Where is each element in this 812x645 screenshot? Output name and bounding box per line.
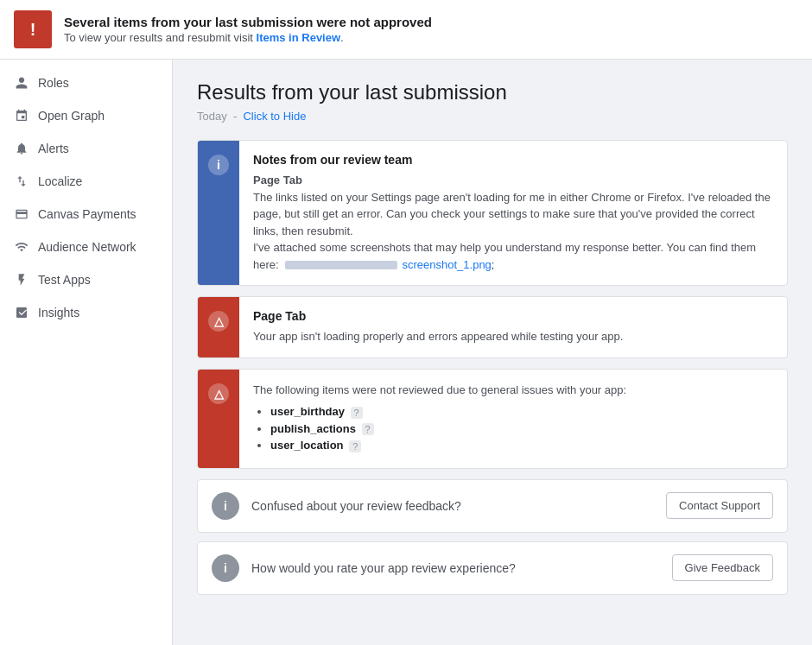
payments-icon [14, 206, 29, 222]
not-reviewed-card: △ The following items were not reviewed … [197, 369, 788, 469]
blurred-link [285, 261, 397, 269]
list-item-publish-actions: publish_actions ? [270, 422, 773, 436]
banner-icon-symbol: ! [30, 20, 36, 40]
sidebar: Roles Open Graph Alerts Localize Canvas [0, 60, 173, 645]
click-to-hide-link[interactable]: Click to Hide [243, 110, 306, 123]
sidebar-item-alerts-label: Alerts [38, 142, 69, 155]
help-tag-publish-actions[interactable]: ? [362, 423, 374, 435]
warning-icon-2: △ [208, 383, 229, 404]
person-icon [14, 75, 29, 91]
network-icon [14, 239, 29, 255]
banner-icon: ! [14, 10, 52, 48]
item-name-publish-actions: publish_actions [270, 422, 356, 435]
review-notes-text1: The links listed on your Settings page a… [253, 191, 771, 237]
warning-icon-1: △ [208, 311, 229, 332]
page-tab-error-text: Your app isn't loading properly and erro… [253, 328, 773, 345]
sidebar-item-roles-label: Roles [38, 76, 69, 90]
help-tag-user-location[interactable]: ? [349, 440, 361, 452]
alert-icon [14, 141, 29, 156]
rate-text: How would you rate your app review exper… [251, 561, 660, 575]
page-tab-label-1: Page Tab [253, 174, 302, 187]
contact-support-card: i Confused about your review feedback? C… [197, 479, 788, 533]
not-reviewed-body: The following items were not reviewed du… [239, 370, 787, 468]
localize-icon [14, 174, 29, 189]
content-area: Results from your last submission Today … [173, 60, 812, 645]
card-stripe-blue: i [198, 141, 239, 285]
sidebar-item-roles[interactable]: Roles [0, 66, 172, 99]
confused-text: Confused about your review feedback? [251, 499, 654, 513]
sidebar-item-audience-network[interactable]: Audience Network [0, 231, 172, 263]
banner-desc: To view your results and resubmit visit … [64, 31, 432, 44]
help-tag-birthday[interactable]: ? [351, 407, 363, 419]
sidebar-item-test-apps[interactable]: Test Apps [0, 263, 172, 296]
card-stripe-red-2: △ [198, 370, 239, 468]
sidebar-item-open-graph-label: Open Graph [38, 109, 105, 123]
items-in-review-link[interactable]: Items in Review [257, 31, 341, 44]
graph-icon [14, 108, 29, 123]
sidebar-item-insights-label: Insights [38, 306, 79, 319]
screenshot-link[interactable]: screenshot_1.png [403, 258, 492, 271]
banner-title: Several items from your last submission … [64, 15, 432, 29]
item-name-user-location: user_location [270, 439, 344, 452]
insights-icon [14, 305, 29, 320]
review-notes-card: i Notes from our review team Page Tab Th… [197, 140, 788, 286]
sidebar-item-localize-label: Localize [38, 174, 82, 188]
page-tab-error-card: △ Page Tab Your app isn't loading proper… [197, 296, 788, 358]
sidebar-item-test-apps-label: Test Apps [38, 273, 91, 287]
sidebar-item-insights[interactable]: Insights [0, 296, 172, 329]
test-icon [14, 272, 29, 288]
review-notes-heading: Notes from our review team [253, 153, 773, 167]
info-icon: i [208, 155, 229, 175]
card-stripe-red-1: △ [198, 297, 239, 357]
banner-content: Several items from your last submission … [64, 15, 432, 44]
review-notes-text: Page Tab The links listed on your Settin… [253, 172, 773, 273]
item-name-birthday: user_birthday [270, 405, 345, 418]
sidebar-item-localize[interactable]: Localize [0, 165, 172, 198]
review-notes-body: Notes from our review team Page Tab The … [239, 141, 787, 285]
page-subtitle: Today - Click to Hide [197, 110, 788, 123]
not-reviewed-text: The following items were not reviewed du… [253, 382, 773, 399]
page-tab-error-heading: Page Tab [253, 309, 773, 323]
give-feedback-card: i How would you rate your app review exp… [197, 541, 788, 595]
feedback-info-icon: i [212, 554, 239, 582]
subtitle-date: Today [197, 110, 227, 123]
main-layout: Roles Open Graph Alerts Localize Canvas [0, 60, 812, 645]
support-info-icon: i [212, 492, 239, 520]
sidebar-item-canvas-payments-label: Canvas Payments [38, 207, 136, 221]
page-title: Results from your last submission [197, 80, 788, 104]
top-banner: ! Several items from your last submissio… [0, 0, 812, 60]
sidebar-item-open-graph[interactable]: Open Graph [0, 99, 172, 132]
give-feedback-button[interactable]: Give Feedback [672, 554, 773, 581]
list-item-birthday: user_birthday ? [270, 405, 773, 419]
page-tab-error-body: Page Tab Your app isn't loading properly… [239, 297, 787, 357]
contact-support-button[interactable]: Contact Support [666, 492, 773, 519]
banner-desc-text: To view your results and resubmit visit [64, 31, 257, 44]
sidebar-item-canvas-payments[interactable]: Canvas Payments [0, 198, 172, 231]
sidebar-item-audience-network-label: Audience Network [38, 240, 136, 254]
not-reviewed-list: user_birthday ? publish_actions ? user_l… [253, 405, 773, 452]
sidebar-item-alerts[interactable]: Alerts [0, 132, 172, 165]
list-item-user-location: user_location ? [270, 439, 773, 452]
